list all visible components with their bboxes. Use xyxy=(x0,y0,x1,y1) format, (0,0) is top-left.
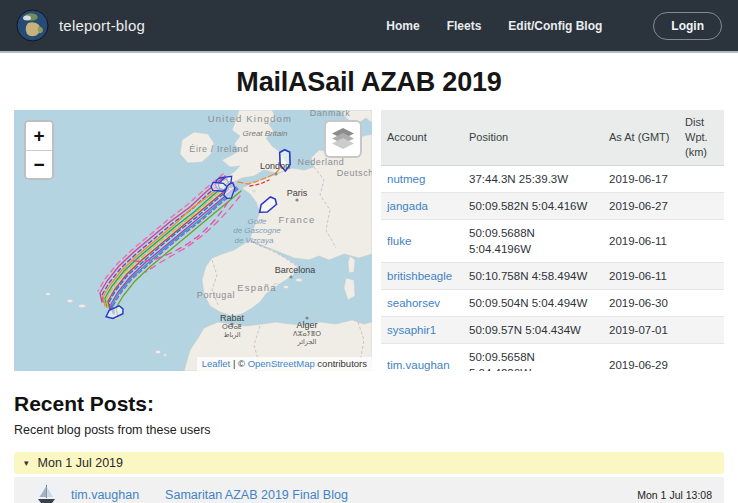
map-label-london: London xyxy=(260,161,290,171)
sailboat-avatar[interactable] xyxy=(34,483,59,503)
as-at-cell: 2019-07-01 xyxy=(603,317,679,344)
position-cell: 50:09.57N 5:04.434W xyxy=(463,317,603,344)
account-link[interactable]: nutmeg xyxy=(387,173,425,185)
post-date-group-header[interactable]: ▾ Mon 1 Jul 2019 xyxy=(14,452,724,474)
map-label-barcelona: Barcelona xyxy=(275,265,316,275)
fleet-table-container: Account Position As At (GMT) Dist Wpt.(k… xyxy=(381,110,724,371)
top-navigation-bar: teleport-blog Home Fleets Edit/Config Bl… xyxy=(0,0,738,53)
caret-down-icon: ▾ xyxy=(24,459,29,468)
recent-posts-subheading: Recent blog posts from these users xyxy=(14,423,724,437)
account-link[interactable]: britishbeagle xyxy=(387,270,452,282)
attribution-contributors: contributors xyxy=(315,358,367,369)
table-row: jangada 50:09.582N 5:04.416W 2019-06-27 xyxy=(381,192,724,219)
map-zoom-control: + − xyxy=(24,120,54,180)
as-at-cell: 2019-06-11 xyxy=(603,262,679,289)
map-canvas: Danmark United Kingdom Great Britain Éir… xyxy=(14,110,372,371)
nav-links: Home Fleets Edit/Config Blog Login xyxy=(386,12,722,40)
dist-cell xyxy=(679,192,724,219)
post-author-link[interactable]: tim.vaughan xyxy=(71,488,139,502)
main-content: Danmark United Kingdom Great Britain Éir… xyxy=(0,110,738,371)
position-cell: 50:09.5688N 5:04.4196W xyxy=(463,219,603,262)
map-label-rabat-arabic: الرباط xyxy=(223,331,240,339)
dist-cell xyxy=(679,290,724,317)
as-at-cell: 2019-06-11 xyxy=(603,219,679,262)
globe-logo-icon xyxy=(16,9,49,42)
account-link[interactable]: jangada xyxy=(387,200,428,212)
account-link[interactable]: sysaphir1 xyxy=(387,324,436,336)
fleet-positions-table: Account Position As At (GMT) Dist Wpt.(k… xyxy=(381,110,724,371)
dist-cell xyxy=(679,344,724,371)
column-header-position: Position xyxy=(463,110,603,165)
column-header-as-at: As At (GMT) xyxy=(603,110,679,165)
post-timestamp: Mon 1 Jul 13:08 xyxy=(637,489,712,501)
brand-label: teleport-blog xyxy=(59,17,145,34)
table-row: seahorsev 50:09.504N 5:04.494W 2019-06-3… xyxy=(381,290,724,317)
map-label-espana: España xyxy=(237,282,276,293)
map-label-de-vizcaya: de Vizcaya xyxy=(235,236,275,245)
table-row: sysaphir1 50:09.57N 5:04.434W 2019-07-01 xyxy=(381,317,724,344)
post-group-date: Mon 1 Jul 2019 xyxy=(38,456,123,470)
position-cell: 50:09.582N 5:04.416W xyxy=(463,192,603,219)
map-label-paris: Paris xyxy=(287,188,308,198)
as-at-cell: 2019-06-30 xyxy=(603,290,679,317)
map-label-rabat-tifinagh: ⵔⴱⴰⵟ xyxy=(222,323,242,330)
login-button[interactable]: Login xyxy=(653,12,722,40)
map-label-danmark: Danmark xyxy=(310,110,351,118)
openstreetmap-link[interactable]: OpenStreetMap xyxy=(248,358,315,369)
account-link[interactable]: seahorsev xyxy=(387,297,440,309)
position-cell: 50:09.5658N 5:04.4226W xyxy=(463,344,603,371)
dist-cell xyxy=(679,165,724,192)
nav-item-fleets[interactable]: Fleets xyxy=(447,19,482,33)
position-cell: 50:10.758N 4:58.494W xyxy=(463,262,603,289)
dist-cell xyxy=(679,262,724,289)
as-at-cell: 2019-06-27 xyxy=(603,192,679,219)
map-label-golfe: Golfe xyxy=(247,217,267,226)
column-header-dist-wpt: Dist Wpt.(km) xyxy=(679,110,724,165)
dist-cell xyxy=(679,219,724,262)
table-row: nutmeg 37:44.3N 25:39.3W 2019-06-17 xyxy=(381,165,724,192)
map-label-france: France xyxy=(279,214,316,225)
leaflet-link[interactable]: Leaflet xyxy=(202,358,231,369)
brand-home-link[interactable]: teleport-blog xyxy=(16,9,145,42)
table-row: britishbeagle 50:10.758N 4:58.494W 2019-… xyxy=(381,262,724,289)
map-label-de-gascogne: de Gascogne xyxy=(233,226,281,235)
table-row: fluke 50:09.5688N 5:04.4196W 2019-06-11 xyxy=(381,219,724,262)
zoom-out-button[interactable]: − xyxy=(26,150,52,178)
map-label-alger: Alger xyxy=(296,320,317,330)
table-row: tim.vaughan 50:09.5658N 5:04.4226W 2019-… xyxy=(381,344,724,371)
table-header-row: Account Position As At (GMT) Dist Wpt.(k… xyxy=(381,110,724,165)
recent-posts-heading: Recent Posts: xyxy=(14,392,724,416)
post-title-link[interactable]: Samaritan AZAB 2019 Final Blog xyxy=(165,488,348,502)
recent-posts-section: Recent Posts: Recent blog posts from the… xyxy=(0,392,738,503)
dist-cell xyxy=(679,317,724,344)
nav-item-home[interactable]: Home xyxy=(386,19,419,33)
map-label-alger-tifinagh: ⴷⵣⴰⵢⴻⵔ xyxy=(293,330,321,337)
as-at-cell: 2019-06-29 xyxy=(603,344,679,371)
column-header-account: Account xyxy=(381,110,463,165)
position-cell: 37:44.3N 25:39.3W xyxy=(463,165,603,192)
nav-item-edit-config-blog[interactable]: Edit/Config Blog xyxy=(508,19,602,33)
map-label-rabat: Rabat xyxy=(220,313,245,323)
zoom-in-button[interactable]: + xyxy=(26,122,52,150)
layers-icon xyxy=(331,128,355,150)
position-cell: 50:09.504N 5:04.494W xyxy=(463,290,603,317)
map-label-portugal: Portugal xyxy=(197,290,235,300)
map-layers-button[interactable] xyxy=(324,120,362,158)
fleet-track-map[interactable]: Danmark United Kingdom Great Britain Éir… xyxy=(14,110,372,371)
account-link[interactable]: tim.vaughan xyxy=(387,359,450,371)
page-title: MailASail AZAB 2019 xyxy=(0,67,738,98)
map-label-nederland: Nederland xyxy=(298,157,345,167)
map-label-ireland: Éire / Ireland xyxy=(189,144,248,154)
map-label-great-britain: Great Britain xyxy=(243,129,288,138)
account-link[interactable]: fluke xyxy=(387,235,411,247)
map-label-deutschland: Deutschland xyxy=(337,168,372,178)
as-at-cell: 2019-06-17 xyxy=(603,165,679,192)
map-attribution: Leaflet | © OpenStreetMap contributors xyxy=(197,357,372,371)
attribution-separator: | © xyxy=(230,358,247,369)
post-list-item: tim.vaughan Samaritan AZAB 2019 Final Bl… xyxy=(14,477,724,503)
map-label-united-kingdom: United Kingdom xyxy=(208,113,292,124)
map-label-alger-arabic: الجزائر xyxy=(297,338,317,346)
